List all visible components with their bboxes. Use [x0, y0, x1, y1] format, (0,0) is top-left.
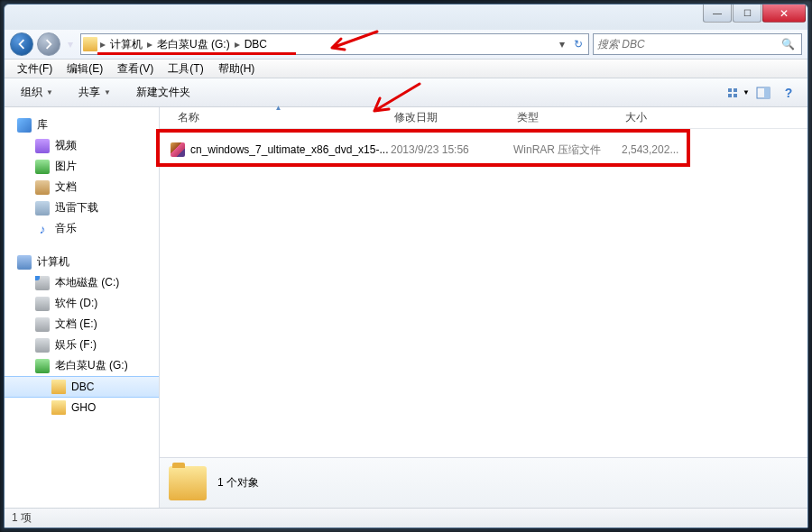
preview-pane-button[interactable] — [752, 83, 775, 103]
archive-icon — [171, 142, 185, 157]
sidebar-item-drive[interactable]: 软件 (D:) — [5, 293, 159, 314]
sidebar-item-folder[interactable]: GHO — [5, 398, 159, 417]
navigation-pane[interactable]: 库 视频图片文档迅雷下载♪音乐 计算机 本地磁盘 (C:)软件 (D:)文档 (… — [5, 107, 160, 508]
item-icon — [35, 139, 50, 153]
folder-icon — [51, 400, 66, 415]
folder-icon — [51, 380, 66, 394]
sidebar-item[interactable]: 迅雷下载 — [5, 197, 159, 218]
sort-indicator-icon: ▲ — [275, 104, 282, 112]
sidebar-item[interactable]: 视频 — [5, 135, 159, 156]
close-button[interactable]: ✕ — [762, 5, 806, 23]
column-date[interactable]: 修改日期 — [387, 106, 510, 129]
column-name[interactable]: 名称▲ — [171, 106, 387, 129]
computer-icon — [17, 255, 32, 270]
folder-icon — [83, 37, 97, 51]
drive-icon — [35, 317, 50, 332]
menu-bar: 文件(F) 编辑(E) 查看(V) 工具(T) 帮助(H) — [5, 59, 807, 78]
sidebar-item-drive[interactable]: 老白菜U盘 (G:) — [5, 355, 159, 376]
search-box[interactable]: 🔍 — [593, 33, 802, 55]
svg-rect-2 — [728, 94, 732, 97]
sidebar-item[interactable]: 图片 — [5, 156, 159, 177]
status-text: 1 项 — [12, 510, 32, 526]
sidebar-item-drive[interactable]: 娱乐 (F:) — [5, 335, 159, 355]
column-size[interactable]: 大小 — [618, 106, 699, 129]
explorer-window: — ☐ ✕ ▾ ▸ 计算机 ▸ 老白菜U盘 (G:) ▸ DBC ▾ ↻ 🔍 — [4, 4, 808, 528]
column-type[interactable]: 类型 — [510, 106, 618, 129]
command-bar: 组织 ▼ 共享 ▼ 新建文件夹 ▼ ? — [5, 78, 807, 107]
drive-icon — [35, 276, 50, 290]
svg-rect-1 — [734, 88, 737, 92]
new-folder-button[interactable]: 新建文件夹 — [127, 81, 199, 104]
nav-history-dropdown[interactable]: ▾ — [64, 35, 77, 53]
chevron-right-icon: ▸ — [146, 38, 153, 50]
sidebar-item-folder[interactable]: DBC — [5, 376, 159, 398]
help-button[interactable]: ? — [777, 83, 800, 103]
item-icon: ♪ — [35, 222, 50, 236]
item-icon — [35, 160, 50, 174]
search-input[interactable] — [597, 38, 781, 50]
folder-icon — [169, 466, 207, 500]
menu-help[interactable]: 帮助(H) — [211, 60, 263, 78]
svg-rect-3 — [734, 94, 737, 97]
svg-rect-0 — [728, 88, 732, 92]
back-button[interactable] — [10, 32, 33, 56]
file-row[interactable]: cn_windows_7_ultimate_x86_dvd_x15-...201… — [169, 140, 798, 160]
nav-bar: ▾ ▸ 计算机 ▸ 老白菜U盘 (G:) ▸ DBC ▾ ↻ 🔍 — [5, 30, 807, 59]
column-headers: 名称▲ 修改日期 类型 大小 — [160, 107, 807, 129]
forward-button[interactable] — [37, 32, 60, 56]
status-bar: 1 项 — [5, 508, 807, 527]
menu-view[interactable]: 查看(V) — [110, 60, 161, 78]
menu-edit[interactable]: 编辑(E) — [60, 60, 110, 78]
share-button[interactable]: 共享 ▼ — [69, 81, 120, 104]
sidebar-computer[interactable]: 计算机 — [5, 252, 159, 272]
drive-icon — [35, 338, 50, 353]
search-icon: 🔍 — [781, 38, 794, 50]
sidebar-item-drive[interactable]: 本地磁盘 (C:) — [5, 272, 159, 293]
chevron-right-icon: ▸ — [99, 38, 106, 50]
minimize-button[interactable]: — — [703, 5, 732, 23]
address-bar[interactable]: ▸ 计算机 ▸ 老白菜U盘 (G:) ▸ DBC ▾ ↻ — [80, 33, 589, 55]
breadcrumb-folder[interactable]: DBC — [241, 34, 271, 54]
sidebar-item-drive[interactable]: 文档 (E:) — [5, 314, 159, 335]
item-icon — [35, 180, 50, 195]
item-icon — [35, 201, 50, 216]
svg-rect-5 — [764, 87, 770, 98]
file-list-pane: 名称▲ 修改日期 类型 大小 cn_windows_7_ultimate_x86… — [160, 107, 807, 508]
annotation-underline — [97, 52, 296, 55]
menu-tools[interactable]: 工具(T) — [161, 60, 210, 78]
sidebar-item[interactable]: 文档 — [5, 177, 159, 197]
address-dropdown[interactable]: ▾ — [554, 34, 570, 54]
drive-icon — [35, 297, 50, 311]
organize-button[interactable]: 组织 ▼ — [12, 81, 62, 104]
refresh-button[interactable]: ↻ — [570, 34, 586, 54]
view-options-button[interactable]: ▼ — [726, 83, 750, 103]
library-icon — [17, 118, 32, 133]
drive-icon — [35, 359, 50, 373]
breadcrumb-computer[interactable]: 计算机 — [106, 34, 146, 54]
maximize-button[interactable]: ☐ — [733, 5, 761, 23]
details-pane: 1 个对象 — [160, 457, 807, 508]
title-bar[interactable]: — ☐ ✕ — [5, 5, 807, 30]
menu-file[interactable]: 文件(F) — [10, 60, 60, 78]
sidebar-item[interactable]: ♪音乐 — [5, 218, 159, 239]
sidebar-libraries[interactable]: 库 — [5, 115, 159, 135]
breadcrumb-drive[interactable]: 老白菜U盘 (G:) — [153, 34, 234, 54]
chevron-right-icon: ▸ — [234, 38, 241, 50]
details-count: 1 个对象 — [217, 475, 259, 491]
